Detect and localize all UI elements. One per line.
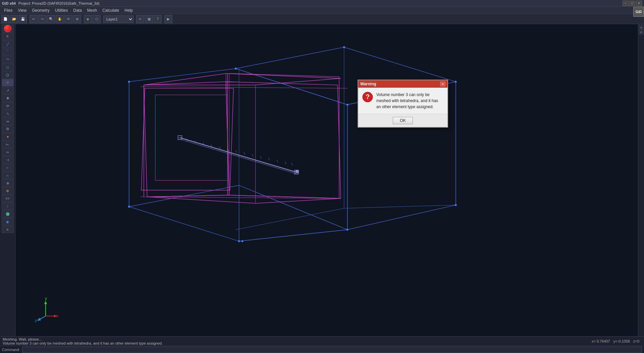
command-bar: Command: (0, 346, 644, 353)
svg-point-51 (343, 46, 345, 48)
menu-utilities[interactable]: Utilities (52, 7, 71, 14)
menu-calculate[interactable]: Calculate (100, 7, 122, 14)
sidebar-line-tool[interactable]: ╱ (2, 40, 14, 48)
red-dot-icon (4, 25, 11, 32)
dialog-title-text: Warning (360, 82, 376, 86)
svg-point-57 (128, 206, 130, 208)
sidebar-surface-tool[interactable]: □ (2, 63, 14, 71)
sidebar-rotate-tool[interactable]: ⟳ (2, 102, 14, 109)
sidebar-volume-tool[interactable]: ⬡ (2, 71, 14, 79)
svg-point-54 (455, 204, 457, 206)
sidebar-split-tool[interactable]: ⊣ (2, 156, 14, 164)
coords-panel: x= 0.76407 y=-0.1058 z=0 (592, 339, 641, 343)
svg-text:x: x (56, 314, 58, 318)
coord-x: x= 0.76407 (592, 339, 610, 343)
sidebar-arc-tool[interactable]: ⌒ (2, 48, 14, 55)
svg-point-55 (346, 229, 348, 231)
sidebar-fillet-tool[interactable]: ⌐ (2, 164, 14, 171)
ok-button[interactable]: OK (393, 117, 413, 124)
toolbar-help[interactable]: ? (154, 15, 162, 23)
svg-point-50 (235, 68, 237, 70)
left-sidebar: E ╱ ⌒ 〜 □ ⬡ ⌗ ↗ ✥ ⟳ ⤡ ⇔ ⧉ ✦ ⊢ ✂ ⊣ ⌐ ∩ ⊕ … (0, 24, 15, 336)
menu-geometry[interactable]: Geometry (29, 7, 52, 14)
gid-logo: GiD (633, 7, 644, 17)
toolbar-rotate[interactable]: ⟳ (64, 15, 72, 23)
sidebar-move-tool[interactable]: ✥ (2, 94, 14, 102)
toolbar-undo[interactable]: ↩ (30, 15, 38, 23)
status-line2: Volume number 3 can only be meshed with … (3, 341, 592, 345)
toolbar-redo[interactable]: ↪ (38, 15, 46, 23)
toolbar-zoom[interactable]: 🔍 (47, 15, 55, 23)
main-area: E ╱ ⌒ 〜 □ ⬡ ⌗ ↗ ✥ ⟳ ⤡ ⇔ ⧉ ✦ ⊢ ✂ ⊣ ⌐ ∩ ⊕ … (0, 24, 644, 336)
menu-view[interactable]: View (15, 7, 29, 14)
toolbar-pan[interactable]: ✋ (56, 15, 64, 23)
menu-data[interactable]: Data (71, 7, 85, 14)
svg-point-58 (241, 240, 243, 242)
toolbar-run[interactable]: ▶ (164, 15, 172, 23)
dialog-footer: OK (358, 114, 447, 127)
sidebar-trim-tool[interactable]: ✂ (2, 148, 14, 156)
title-bar-controls: − □ × (623, 1, 642, 6)
sidebar-view2[interactable]: ↑ (2, 203, 14, 210)
toolbar-layers[interactable]: ≡ (136, 15, 144, 23)
toolbar-save[interactable]: 💾 (19, 15, 27, 23)
right-scroll-down[interactable]: ▼ (639, 30, 644, 35)
minimize-button[interactable]: − (623, 1, 629, 6)
viewport[interactable]: y x z Warning × (15, 24, 638, 336)
sidebar-grass-icon[interactable]: ⬟ (2, 210, 14, 218)
app-title: GiD x64 (2, 1, 16, 5)
project-title: Project: Prova3D (SAFIR2016)Safir_Therma… (18, 1, 99, 5)
svg-text:y: y (45, 296, 47, 301)
svg-rect-0 (19, 24, 635, 336)
sidebar-nurbs-tool[interactable]: 〜 (2, 56, 14, 63)
sidebar-edit-tool[interactable]: E (2, 33, 14, 40)
menu-files[interactable]: Files (1, 7, 15, 14)
close-button[interactable]: × (636, 1, 642, 6)
sidebar-mirror-tool[interactable]: ⇔ (2, 118, 14, 125)
sidebar-lines-icon[interactable]: ≡ (2, 226, 14, 233)
warning-icon: ? (362, 92, 373, 102)
status-line1: Meshing. Wait, please... (3, 337, 592, 341)
svg-text:?: ? (366, 93, 370, 100)
sidebar-explode-tool[interactable]: ✦ (2, 133, 14, 140)
menu-help[interactable]: Help (122, 7, 136, 14)
menu-bar: Files View Geometry Utilities Data Mesh … (0, 7, 644, 14)
command-input[interactable] (22, 347, 642, 353)
toolbar-open[interactable]: 📂 (10, 15, 18, 23)
warning-dialog: Warning × ? Volume number 3 can only be … (358, 80, 448, 128)
sidebar-scale-tool[interactable]: ⤡ (2, 110, 14, 117)
coord-y: y=-0.1058 (613, 339, 630, 343)
toolbar-render[interactable]: ◈ (84, 15, 92, 23)
status-bar: Meshing. Wait, please... Volume number 3… (0, 336, 644, 346)
sidebar-repair-tool[interactable]: ⚙ (2, 187, 14, 194)
svg-point-56 (238, 240, 240, 242)
svg-point-53 (455, 81, 457, 83)
toolbar-wireframe[interactable]: ⬡ (93, 15, 101, 23)
svg-rect-48 (296, 170, 299, 173)
dialog-body: ? Volume number 3 can only be meshed wit… (358, 88, 447, 114)
menu-mesh[interactable]: Mesh (85, 7, 100, 14)
svg-marker-66 (37, 318, 41, 321)
right-scroll-up[interactable]: ▲ (639, 25, 644, 30)
sidebar-mesh-tool[interactable]: ⌗ (2, 79, 14, 86)
title-bar: GiD x64 Project: Prova3D (SAFIR2016)Safi… (0, 0, 644, 7)
svg-point-49 (128, 81, 130, 83)
sidebar-pointer-tool[interactable] (2, 25, 14, 32)
command-label: Command: (2, 348, 20, 352)
maximize-button[interactable]: □ (629, 1, 635, 6)
sidebar-intersect-tool[interactable]: ⊕ (2, 179, 14, 187)
sidebar-boolean-tool[interactable]: ∩ (2, 172, 14, 179)
sidebar-measure-tool[interactable]: ⊢ (2, 141, 14, 148)
layer-select[interactable]: Layer1 (103, 15, 133, 23)
sidebar-view1[interactable]: XY (2, 195, 14, 202)
sidebar-select-tool[interactable]: ↗ (2, 87, 14, 94)
toolbar-materials[interactable]: ▦ (145, 15, 153, 23)
sidebar-copy-tool[interactable]: ⧉ (2, 125, 14, 133)
toolbar-select[interactable]: ⊕ (73, 15, 81, 23)
dialog-close-button[interactable]: × (440, 82, 445, 86)
axis-indicator: y x z (32, 296, 59, 323)
toolbar-new[interactable]: 📄 (1, 15, 9, 23)
svg-point-52 (346, 104, 348, 106)
dialog-title-bar: Warning × (358, 80, 447, 88)
sidebar-eye-icon[interactable]: ◉ (2, 218, 14, 225)
